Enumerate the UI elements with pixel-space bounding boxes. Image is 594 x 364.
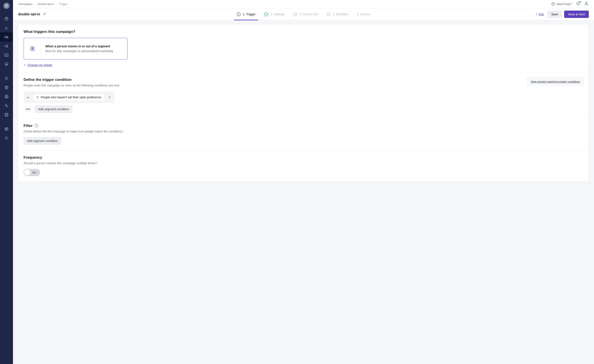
check-icon: [327, 13, 330, 15]
left-sidebar: [0, 0, 13, 364]
add-segment-condition-button[interactable]: Add segment condition: [35, 105, 72, 113]
terminal-icon: [4, 53, 9, 57]
notification-dot: [580, 1, 581, 3]
svg-point-7: [6, 96, 7, 97]
steps-bar: double opt-in 1. Trigger 2. Settings 3. …: [13, 8, 594, 20]
change-trigger-link[interactable]: Change my trigger: [24, 63, 52, 67]
trigger-box-sub: Best for drip campaigns or personalized …: [45, 49, 113, 53]
megaphone-icon: [4, 44, 9, 48]
save-button[interactable]: Save: [547, 11, 562, 18]
sidebar-campaigns[interactable]: [0, 33, 13, 41]
segment-person-icon: [29, 46, 35, 52]
svg-point-5: [6, 77, 7, 79]
sidebar-settings[interactable]: [0, 134, 13, 143]
svg-point-10: [6, 138, 7, 139]
filter-help-tooltip[interactable]: ?: [34, 124, 38, 128]
target-user-icon: [4, 94, 9, 99]
chevron-left-icon: [24, 64, 26, 66]
sidebar-data[interactable]: [0, 110, 13, 119]
content-area: What triggers this campaign? When a pers…: [13, 20, 594, 364]
condition-row: in People who haven't set their optin pr…: [24, 92, 115, 103]
segment-icon: [36, 96, 39, 99]
check-icon: [265, 13, 267, 15]
exit-link[interactable]: Exit: [535, 13, 544, 16]
sidebar-content[interactable]: [0, 83, 13, 92]
condition-subtext: People enter this campaign as soon as th…: [24, 84, 120, 87]
gauge-icon: [4, 17, 9, 21]
breadcrumb-current: Trigger: [59, 2, 68, 6]
sidebar-dashboard[interactable]: [0, 14, 13, 23]
inbox-icon: [4, 62, 9, 66]
need-help-link[interactable]: Need help?: [551, 2, 572, 6]
condition-heading: Define the trigger condition: [24, 78, 120, 82]
svg-point-16: [37, 97, 38, 97]
step-label: 1. Trigger: [243, 13, 256, 16]
activity-icon: [4, 104, 9, 108]
sidebar-segments[interactable]: [0, 92, 13, 101]
exit-label: Exit: [539, 13, 544, 16]
toggle-knob: [24, 169, 30, 176]
filter-heading: Filter: [24, 124, 33, 128]
step-workflow[interactable]: 4. Workflow: [326, 12, 348, 16]
svg-point-14: [32, 47, 33, 49]
sidebar-activity[interactable]: [0, 101, 13, 110]
step-trigger[interactable]: 1. Trigger: [237, 12, 256, 16]
workspace-logo[interactable]: [3, 3, 10, 9]
trigger-heading: What triggers this campaign?: [24, 30, 583, 34]
step-label: 5. Review: [357, 13, 370, 16]
account-button[interactable]: [584, 1, 589, 7]
top-breadcrumb-bar: Campaigns / double opt-in / Trigger Need…: [13, 0, 594, 8]
cube-icon: [4, 85, 9, 90]
user-icon: [584, 1, 589, 6]
view-matching-link[interactable]: View people matching trigger conditions: [527, 78, 583, 86]
svg-point-2: [5, 38, 6, 38]
trigger-box-title: When a person moves in or out of a segme…: [45, 45, 113, 48]
sidebar-deliveries[interactable]: [0, 60, 13, 69]
svg-point-8: [5, 113, 8, 114]
svg-point-3: [7, 38, 8, 38]
remove-condition-button[interactable]: [107, 95, 112, 100]
change-trigger-label: Change my trigger: [27, 63, 52, 67]
step-settings[interactable]: 2. Settings: [264, 12, 285, 16]
breadcrumb-root[interactable]: Campaigns: [18, 2, 33, 6]
svg-rect-9: [5, 128, 8, 130]
step-goal-exit[interactable]: 3. Goal & Exit: [293, 12, 318, 16]
table-icon: [4, 127, 9, 131]
close-icon: [108, 96, 111, 99]
selected-trigger-card[interactable]: When a person moves in or out of a segme…: [24, 38, 128, 60]
filter-subtext: Check before the first message to make s…: [24, 130, 583, 133]
segment-chip[interactable]: People who haven't set their optin prefe…: [33, 94, 104, 101]
step-label: 4. Workflow: [332, 13, 348, 16]
svg-rect-4: [5, 54, 8, 56]
notifications-button[interactable]: [576, 1, 580, 7]
main-card: What triggers this campaign? When a pers…: [18, 24, 589, 182]
frequency-toggle[interactable]: No: [24, 169, 40, 176]
breadcrumb: Campaigns / double opt-in / Trigger: [18, 2, 68, 6]
save-next-button[interactable]: Save & Next: [564, 11, 589, 18]
help-circle-icon: [551, 2, 555, 6]
check-icon: [237, 13, 240, 15]
condition-prefix: in: [26, 96, 30, 99]
user-icon: [4, 76, 9, 81]
condition-section: Define the trigger condition People ente…: [18, 73, 589, 119]
frequency-heading: Frequency: [24, 155, 583, 160]
step-label: 2. Settings: [270, 13, 285, 16]
svg-point-12: [586, 2, 587, 4]
add-filter-condition-button[interactable]: Add segment condition: [24, 137, 61, 145]
sidebar-people[interactable]: [0, 74, 13, 83]
breadcrumb-parent[interactable]: double opt-in: [37, 2, 54, 6]
sidebar-collections[interactable]: [0, 125, 13, 134]
trigger-section: What triggers this campaign? When a pers…: [18, 24, 589, 73]
step-review[interactable]: 5. Review: [357, 13, 370, 16]
database-icon: [4, 113, 9, 117]
bar-chart-icon: [4, 26, 9, 30]
breadcrumb-sep: /: [35, 2, 35, 6]
toggle-label: No: [33, 171, 37, 174]
sidebar-transactional[interactable]: [0, 51, 13, 60]
truck-icon: [4, 35, 9, 39]
sidebar-broadcasts[interactable]: [0, 41, 13, 51]
frequency-subtext: Should a person receive this campaign mu…: [24, 161, 583, 165]
segment-name: People who haven't set their optin prefe…: [41, 96, 101, 99]
sidebar-analytics[interactable]: [0, 23, 13, 33]
rename-button[interactable]: [43, 12, 46, 16]
